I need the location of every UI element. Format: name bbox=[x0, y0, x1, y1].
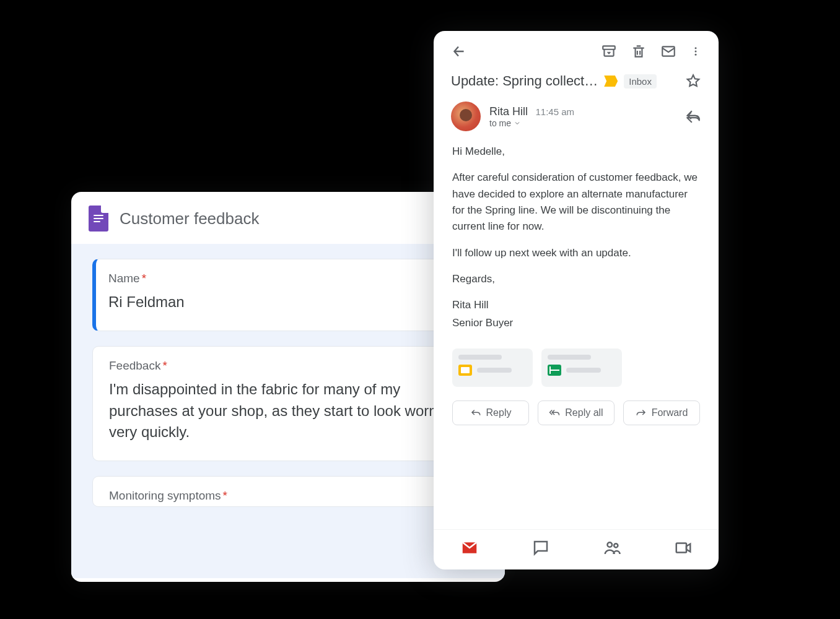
forms-title: Customer feedback bbox=[120, 209, 259, 228]
reply-arrow-icon[interactable] bbox=[685, 108, 701, 124]
question-label: Name bbox=[108, 272, 140, 285]
sender-recipient[interactable]: to me bbox=[489, 118, 511, 128]
forward-label: Forward bbox=[652, 407, 688, 418]
body-greeting: Hi Medelle, bbox=[452, 144, 700, 160]
svg-point-5 bbox=[607, 542, 612, 547]
more-icon[interactable] bbox=[690, 43, 701, 59]
attachment-sheets[interactable] bbox=[541, 348, 622, 387]
name-value[interactable]: Ri Feldman bbox=[108, 292, 467, 313]
body-p1: After careful consideration of customer … bbox=[452, 170, 700, 235]
sender-name: Rita Hill bbox=[489, 105, 528, 118]
question-feedback[interactable]: Feedback* I'm disappointed in the fabric… bbox=[92, 346, 484, 461]
svg-rect-7 bbox=[676, 543, 686, 553]
attachment-slides[interactable] bbox=[452, 348, 533, 387]
required-asterisk: * bbox=[162, 359, 167, 372]
forms-icon bbox=[89, 206, 108, 232]
feedback-value[interactable]: I'm disappointed in the fabric for many … bbox=[109, 379, 467, 443]
star-icon[interactable] bbox=[685, 73, 701, 89]
forward-button[interactable]: Forward bbox=[623, 400, 700, 425]
svg-point-6 bbox=[614, 543, 618, 547]
required-asterisk: * bbox=[142, 272, 146, 285]
question-monitoring[interactable]: Monitoring symptoms* bbox=[92, 476, 484, 507]
email-body: Hi Medelle, After careful consideration … bbox=[434, 136, 719, 344]
svg-point-2 bbox=[695, 47, 697, 49]
question-name[interactable]: Name* Ri Feldman bbox=[92, 259, 484, 331]
email-subject: Update: Spring collect… bbox=[451, 73, 598, 89]
trash-icon[interactable] bbox=[631, 43, 647, 59]
reply-button[interactable]: Reply bbox=[452, 400, 529, 425]
reply-all-label: Reply all bbox=[565, 407, 603, 418]
reply-all-button[interactable]: Reply all bbox=[538, 400, 615, 425]
signature-title: Senior Buyer bbox=[452, 315, 700, 331]
nav-spaces-icon[interactable] bbox=[603, 539, 621, 557]
important-marker-icon[interactable] bbox=[604, 76, 618, 87]
sheets-icon bbox=[548, 365, 561, 376]
svg-point-3 bbox=[695, 51, 697, 53]
nav-meet-icon[interactable] bbox=[674, 539, 693, 557]
required-asterisk: * bbox=[223, 489, 227, 502]
signature-name: Rita Hill bbox=[452, 297, 700, 313]
svg-rect-0 bbox=[603, 46, 615, 49]
body-p2: I'll follow up next week with an update. bbox=[452, 245, 700, 261]
back-icon[interactable] bbox=[451, 43, 467, 59]
inbox-label-chip[interactable]: Inbox bbox=[624, 74, 657, 89]
slides-icon bbox=[458, 365, 472, 376]
svg-point-4 bbox=[695, 54, 697, 56]
sender-time: 11:45 am bbox=[535, 106, 574, 117]
chevron-down-icon[interactable] bbox=[514, 119, 521, 127]
body-p3: Regards, bbox=[452, 271, 700, 287]
question-label: Monitoring symptoms bbox=[109, 489, 221, 502]
reply-label: Reply bbox=[486, 407, 512, 418]
question-label: Feedback bbox=[109, 359, 160, 372]
nav-chat-icon[interactable] bbox=[532, 539, 550, 557]
gmail-card: Update: Spring collect… Inbox Rita Hill … bbox=[434, 31, 719, 569]
mail-icon[interactable] bbox=[660, 43, 676, 59]
avatar[interactable] bbox=[451, 102, 481, 131]
nav-mail-icon[interactable] bbox=[460, 539, 479, 557]
archive-icon[interactable] bbox=[601, 43, 617, 59]
